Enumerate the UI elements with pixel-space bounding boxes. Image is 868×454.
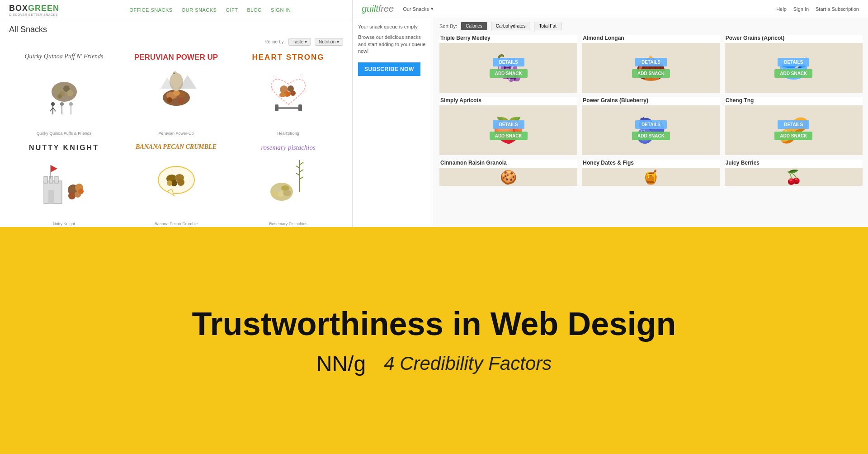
guiltfree-nav-snacks[interactable]: Our Snacks ▾ <box>403 6 433 12</box>
details-simply-apricots[interactable]: DETAILS <box>493 120 524 129</box>
svg-rect-35 <box>277 107 300 109</box>
sort-calories[interactable]: Calories <box>461 22 487 30</box>
svg-line-60 <box>300 170 303 172</box>
snack-title-heart: HEART STRONG <box>237 53 340 62</box>
nng-light: /g <box>348 352 366 376</box>
subscribe-button[interactable]: SUBSCRIBE NOW <box>358 62 420 76</box>
nav-gift[interactable]: GIFT <box>226 7 238 13</box>
snack-label-banana: Banana Pecan Crumble <box>121 222 231 226</box>
svg-point-19 <box>178 98 184 104</box>
sort-bar: Sort By: Calories Carbohydrates Total Fa… <box>439 22 863 30</box>
details-power-grains-blueberry[interactable]: DETAILS <box>635 120 667 129</box>
catalog-item-simply-apricots: Simply Apricots 🍑 DETAILS ADD SNACK <box>439 97 577 155</box>
snack-illustration-quinoa <box>13 62 115 121</box>
item-overlay-triple-berry: DETAILS ADD SNACK <box>439 43 577 93</box>
item-image-cinnamon-raisin: 🍪 <box>439 168 577 186</box>
start-subscription-link[interactable]: Start a Subscription <box>816 6 859 12</box>
add-snack-triple-berry[interactable]: ADD SNACK <box>490 69 528 78</box>
details-cheng-tng[interactable]: DETAILS <box>778 120 809 129</box>
nng-bold: NN <box>316 352 348 376</box>
snack-illustration-banana <box>125 153 227 212</box>
catalog-item-power-grains-apricot: Power Grains (Apricot) 🥣 DETAILS ADD SNA… <box>725 35 863 93</box>
nav-office-snacks[interactable]: OFFICE SNACKS <box>130 7 173 13</box>
item-name-almond-longan: Almond Longan <box>582 35 720 41</box>
item-image-simply-apricots: 🍑 DETAILS ADD SNACK <box>439 105 577 155</box>
snack-label-peruvian: Peruvian Power-Up <box>121 131 231 136</box>
browse-message: Browse our delicious snacks and start ad… <box>358 34 428 55</box>
item-image-juicy-berries: 🍒 <box>725 168 863 186</box>
details-triple-berry[interactable]: DETAILS <box>493 58 524 66</box>
item-name-triple-berry: Triple Berry Medley <box>439 35 577 41</box>
svg-text:♡: ♡ <box>300 73 304 78</box>
svg-rect-40 <box>49 176 53 183</box>
snack-card-banana[interactable]: BANANA PECAN CRUMBLE <box>121 140 231 227</box>
add-snack-cheng-tng[interactable]: ADD SNACK <box>774 132 812 140</box>
filter-bar: Refine by: Taste ▾ Nutrition ▾ <box>9 38 343 46</box>
snack-title-peruvian: PERUVIAN POWER UP <box>125 53 227 62</box>
add-snack-power-grains-blueberry[interactable]: ADD SNACK <box>632 132 670 140</box>
svg-point-30 <box>279 93 286 97</box>
guiltfree-body: Your snack queue is empty Browse our del… <box>353 18 868 227</box>
svg-rect-37 <box>298 104 302 111</box>
taste-filter[interactable]: Taste ▾ <box>288 38 311 46</box>
item-image-power-grains-blueberry: 🫐 DETAILS ADD SNACK <box>582 105 720 155</box>
add-snack-simply-apricots[interactable]: ADD SNACK <box>490 132 528 140</box>
help-link[interactable]: Help <box>776 6 787 12</box>
snack-illustration-nutty <box>13 154 115 213</box>
guiltfree-panel: guiltfree Our Snacks ▾ Help Sign In Star… <box>353 0 868 227</box>
svg-text:♡: ♡ <box>303 90 307 94</box>
snack-card-quinoa[interactable]: Quirky Quinoa Puff N' Friends <box>9 49 119 137</box>
guiltfree-logo: guiltfree <box>362 4 394 14</box>
nng-logo: NN/g <box>316 351 366 376</box>
main-headline: Trustworthiness in Web Design <box>192 305 676 342</box>
catalog-item-almond-longan: Almond Longan 🌰 DETAILS ADD SNACK <box>582 35 720 93</box>
svg-point-55 <box>177 179 184 186</box>
details-almond-longan[interactable]: DETAILS <box>635 58 667 66</box>
item-overlay-almond-longan: DETAILS ADD SNACK <box>582 43 720 93</box>
guiltfree-sidebar: Your snack queue is empty Browse our del… <box>353 18 434 227</box>
credibility-text: 4 Credibility Factors <box>384 353 552 374</box>
nav-sign-in[interactable]: SIGN IN <box>271 7 291 13</box>
nutrition-filter[interactable]: Nutrition ▾ <box>315 38 343 46</box>
guiltfree-main: Sort By: Calories Carbohydrates Total Fa… <box>434 18 868 227</box>
svg-marker-44 <box>51 165 57 172</box>
details-power-grains-apricot[interactable]: DETAILS <box>778 58 809 66</box>
svg-point-17 <box>173 90 180 96</box>
sign-in-link[interactable]: Sign In <box>793 6 809 12</box>
svg-point-22 <box>173 71 177 76</box>
snack-label-rosemary: Rosemary Pistachios <box>233 222 343 226</box>
snack-title-rosemary: rosemary pistachios <box>237 143 340 151</box>
boxgreen-brand: BOXGREEN <box>9 4 59 13</box>
snack-title-quinoa: Quirky Quinoa Puff N' Friends <box>13 53 115 61</box>
catalog-item-cheng-tng: Cheng Tng 🥜 DETAILS ADD SNACK <box>725 97 863 155</box>
snack-illustration-heart: ♡ ♡ ♡ ♡ <box>237 64 340 123</box>
snack-label-heart: HeartStrong <box>233 131 343 136</box>
svg-line-58 <box>300 162 303 165</box>
snack-title-nutty: NUTTY KNIGHT <box>13 143 115 152</box>
snack-card-nutty[interactable]: NUTTY KNIGHT <box>9 140 119 227</box>
sort-carbohydrates[interactable]: Carbohydrates <box>491 22 531 30</box>
svg-point-18 <box>167 97 172 103</box>
add-snack-almond-longan[interactable]: ADD SNACK <box>632 69 670 78</box>
svg-point-11 <box>60 102 64 106</box>
nav-our-snacks[interactable]: OUR SNACKS <box>182 7 217 13</box>
snack-card-peruvian[interactable]: PERUVIAN POWER UP <box>121 49 231 137</box>
item-name-cinnamon-raisin: Cinnamon Raisin Granola <box>439 160 577 166</box>
boxgreen-tagline: DISCOVER BETTER SNACKS <box>9 13 59 16</box>
snack-catalog: Triple Berry Medley 🍇 DETAILS ADD SNACK … <box>439 35 863 186</box>
add-snack-power-grains-apricot[interactable]: ADD SNACK <box>774 69 812 78</box>
item-name-honey-dates: Honey Dates & Figs <box>582 160 720 166</box>
snack-card-rosemary[interactable]: rosemary pistachios <box>233 140 343 227</box>
sort-total-fat[interactable]: Total Fat <box>534 22 561 30</box>
nav-blog[interactable]: BLOG <box>247 7 262 13</box>
svg-line-62 <box>300 177 303 179</box>
snack-card-heart[interactable]: HEART STRONG ♡ <box>233 49 343 137</box>
item-image-cheng-tng: 🥜 DETAILS ADD SNACK <box>725 105 863 155</box>
svg-point-56 <box>167 180 172 186</box>
svg-line-61 <box>296 173 300 175</box>
item-image-triple-berry: 🍇 DETAILS ADD SNACK <box>439 43 577 93</box>
svg-point-1 <box>54 86 61 93</box>
svg-point-4 <box>67 90 73 96</box>
svg-text:♡: ♡ <box>273 75 278 81</box>
item-name-juicy-berries: Juicy Berries <box>725 160 863 166</box>
